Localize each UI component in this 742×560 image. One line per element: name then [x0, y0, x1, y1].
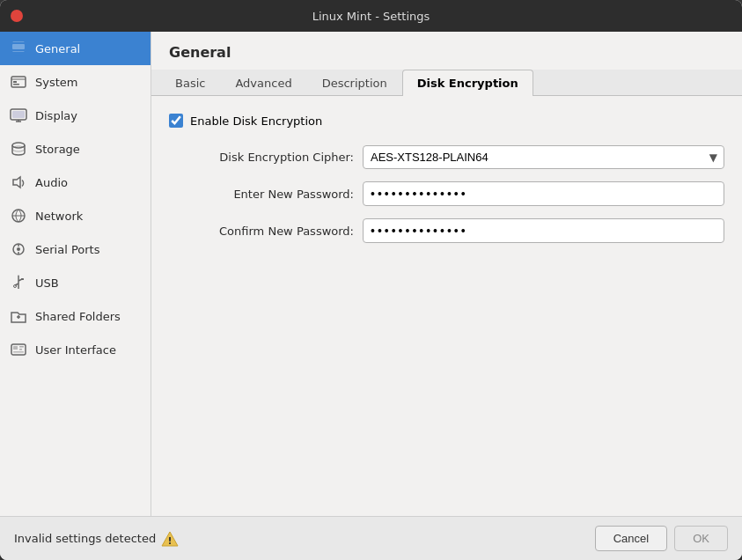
sidebar-label-network: Network	[35, 210, 83, 223]
svg-point-19	[17, 247, 20, 251]
sidebar-item-general[interactable]: General	[0, 32, 151, 65]
main-panel: General Basic Advanced Description Disk …	[151, 32, 742, 516]
new-password-input[interactable]	[363, 181, 724, 206]
svg-text:!: !	[168, 534, 173, 546]
status-area: Invalid settings detected !	[14, 530, 179, 548]
sidebar-label-display: Display	[35, 109, 77, 122]
svg-rect-2	[12, 44, 25, 49]
window-title: Linux Mint - Settings	[312, 10, 430, 23]
svg-rect-4	[14, 55, 23, 56]
sidebar-item-system[interactable]: System	[0, 65, 151, 99]
cancel-button[interactable]: Cancel	[595, 526, 667, 551]
display-icon	[9, 106, 28, 125]
svg-rect-10	[12, 111, 25, 118]
cipher-row: Disk Encryption Cipher: AES-XTS128-PLAIN…	[169, 145, 724, 169]
tabs-bar: Basic Advanced Description Disk Encrypti…	[151, 70, 742, 96]
svg-rect-7	[13, 81, 17, 83]
sidebar-item-user-interface[interactable]: User Interface	[0, 333, 151, 366]
usb-icon	[9, 273, 28, 292]
tab-content-disk-encryption: Enable Disk Encryption Disk Encryption C…	[151, 96, 742, 516]
sidebar-label-serial-ports: Serial Ports	[35, 243, 99, 256]
tab-advanced[interactable]: Advanced	[220, 70, 306, 96]
serial-ports-icon	[9, 239, 28, 259]
sidebar-label-usb: USB	[35, 276, 59, 290]
confirm-password-control	[363, 218, 724, 243]
svg-point-14	[12, 146, 25, 151]
new-password-control	[363, 181, 724, 206]
svg-rect-34	[13, 351, 24, 353]
sidebar-label-user-interface: User Interface	[35, 343, 116, 357]
footer-buttons: Cancel OK	[595, 526, 728, 551]
sidebar-label-general: General	[35, 42, 80, 55]
sidebar-item-audio[interactable]: Audio	[0, 166, 151, 199]
cipher-select-wrapper: AES-XTS128-PLAIN64 AES-XTS256-PLAIN64 ▼	[363, 145, 724, 169]
tab-basic[interactable]: Basic	[160, 70, 220, 96]
shared-folders-icon	[9, 306, 28, 326]
confirm-password-label: Confirm New Password:	[169, 225, 354, 238]
svg-rect-24	[21, 278, 24, 280]
panel-title: General	[151, 32, 742, 70]
sidebar-item-usb[interactable]: USB	[0, 266, 151, 299]
sidebar: General System Display Storage	[0, 32, 151, 516]
confirm-password-input[interactable]	[363, 218, 724, 243]
sidebar-item-storage[interactable]: Storage	[0, 132, 151, 166]
titlebar: Linux Mint - Settings	[0, 0, 742, 32]
svg-rect-31	[13, 346, 18, 350]
main-window: Linux Mint - Settings General System	[0, 0, 742, 560]
sidebar-label-storage: Storage	[35, 143, 80, 156]
system-icon	[9, 72, 28, 92]
svg-marker-15	[13, 177, 20, 188]
svg-marker-27	[18, 275, 19, 276]
svg-rect-32	[19, 346, 24, 348]
audio-icon	[9, 173, 28, 192]
enable-row: Enable Disk Encryption	[169, 114, 724, 128]
tab-disk-encryption[interactable]: Disk Encryption	[402, 70, 533, 96]
general-icon	[9, 39, 28, 58]
storage-icon	[9, 139, 28, 158]
close-button[interactable]	[11, 10, 23, 22]
content-area: General System Display Storage	[0, 32, 742, 516]
user-interface-icon	[9, 340, 28, 359]
enable-disk-encryption-label: Enable Disk Encryption	[190, 114, 322, 128]
sidebar-item-display[interactable]: Display	[0, 99, 151, 132]
sidebar-item-serial-ports[interactable]: Serial Ports	[0, 232, 151, 266]
cipher-select[interactable]: AES-XTS128-PLAIN64 AES-XTS256-PLAIN64	[363, 145, 724, 169]
confirm-password-row: Confirm New Password:	[169, 218, 724, 243]
svg-rect-33	[19, 349, 22, 350]
new-password-row: Enter New Password:	[169, 181, 724, 206]
svg-rect-30	[11, 344, 26, 355]
sidebar-label-audio: Audio	[35, 176, 68, 189]
sidebar-label-system: System	[35, 76, 77, 89]
enable-disk-encryption-checkbox[interactable]	[169, 114, 183, 128]
tab-description[interactable]: Description	[307, 70, 402, 96]
cipher-control: AES-XTS128-PLAIN64 AES-XTS256-PLAIN64 ▼	[363, 145, 724, 169]
new-password-label: Enter New Password:	[169, 188, 354, 201]
warning-icon: !	[161, 530, 179, 548]
cipher-label: Disk Encryption Cipher:	[169, 151, 354, 164]
sidebar-item-network[interactable]: Network	[0, 199, 151, 232]
footer: Invalid settings detected ! Cancel OK	[0, 516, 742, 560]
network-icon	[9, 206, 28, 225]
status-text: Invalid settings detected	[14, 532, 156, 545]
sidebar-item-shared-folders[interactable]: Shared Folders	[0, 299, 151, 333]
sidebar-label-shared-folders: Shared Folders	[35, 310, 121, 323]
svg-rect-8	[13, 84, 19, 85]
svg-rect-3	[16, 53, 21, 55]
svg-point-26	[14, 285, 17, 288]
ok-button[interactable]: OK	[674, 526, 728, 551]
